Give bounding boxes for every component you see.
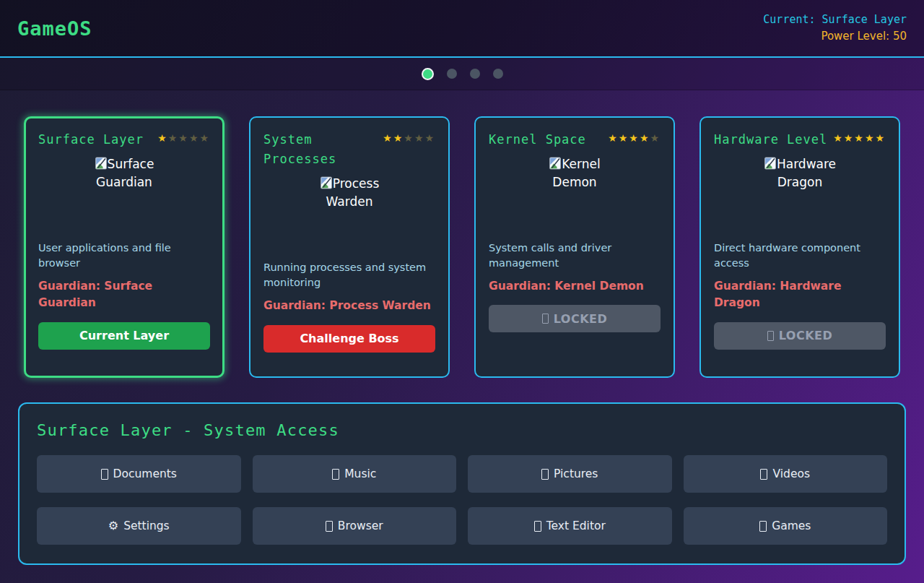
layer-card-title: Surface Layer (38, 130, 144, 150)
layer-description: User applications and file browser (38, 241, 210, 271)
settings-gear-icon: ⚙ (108, 520, 118, 532)
lock-icon (542, 314, 549, 324)
app-grid: DocumentsMusicPicturesVideos⚙SettingsBro… (37, 455, 887, 545)
star-icon: ★ (404, 132, 414, 144)
guardian-image-alt-text: Process Warden (326, 176, 380, 209)
progress-dot-3 (470, 69, 480, 79)
guardian-label: Guardian: Process Warden (263, 298, 435, 314)
locked-button: LOCKED (489, 305, 661, 332)
layer-card-title: System Processes (263, 130, 383, 169)
app-button-label: Documents (113, 467, 177, 480)
layer-card-header: System Processes★★★★★ (263, 130, 435, 169)
access-panel-title: Surface Layer - System Access (37, 421, 887, 439)
locked-label: LOCKED (554, 312, 608, 326)
videos-icon (760, 469, 767, 480)
pictures-icon (541, 469, 549, 480)
app-button-label: Text Editor (546, 519, 606, 532)
app-title: GameOS (17, 17, 92, 40)
layer-card-hardware-level: Hardware Level★★★★★Hardware DragonDirect… (699, 116, 900, 378)
star-icon: ★ (383, 132, 393, 144)
music-icon (332, 469, 339, 480)
star-icon: ★ (168, 132, 179, 144)
guardian-image-placeholder: Surface Guardian (80, 155, 168, 191)
star-rating: ★★★★★ (608, 132, 661, 144)
star-icon: ★ (608, 132, 619, 144)
guardian-label: Guardian: Surface Guardian (38, 278, 210, 312)
app-button-label: Pictures (554, 467, 598, 480)
layer-card-title: Kernel Space (489, 130, 586, 150)
layer-description: System calls and driver management (489, 241, 661, 271)
layer-cards-row: Surface Layer★★★★★Surface GuardianUser a… (0, 90, 924, 378)
star-icon: ★ (844, 132, 855, 144)
star-icon: ★ (854, 132, 865, 144)
layer-card-header: Kernel Space★★★★★ (489, 130, 661, 150)
star-icon: ★ (833, 132, 844, 144)
current-layer-status: Current: Surface Layer (763, 12, 907, 28)
layer-card-system-processes: System Processes★★★★★Process WardenRunni… (249, 116, 450, 378)
app-button-browser[interactable]: Browser (253, 507, 457, 545)
app-button-games[interactable]: Games (684, 507, 888, 545)
progress-dots (0, 58, 924, 90)
app-button-pictures[interactable]: Pictures (468, 455, 672, 493)
guardian-image-placeholder: Hardware Dragon (756, 155, 844, 191)
app-button-label: Videos (772, 467, 810, 480)
guardian-image-area: Kernel Demon (489, 155, 661, 241)
layer-description: Direct hardware component access (714, 241, 886, 271)
progress-dot-1 (422, 68, 434, 80)
document-icon (101, 469, 108, 480)
guardian-image-placeholder: Process Warden (305, 175, 393, 210)
guardian-label: Guardian: Kernel Demon (489, 278, 661, 295)
star-icon: ★ (393, 132, 404, 144)
app-button-text-editor[interactable]: Text Editor (468, 507, 672, 545)
broken-image-icon (320, 176, 333, 189)
app-button-videos[interactable]: Videos (684, 455, 888, 493)
app-button-settings[interactable]: ⚙Settings (37, 507, 241, 545)
broken-image-icon (549, 157, 562, 170)
locked-button: LOCKED (714, 322, 886, 350)
current-layer-button[interactable]: Current Layer (38, 322, 210, 350)
layer-card-header: Hardware Level★★★★★ (714, 130, 886, 150)
star-icon: ★ (629, 132, 640, 144)
header-status: Current: Surface Layer Power Level: 50 (763, 12, 907, 46)
app-button-label: Music (344, 467, 376, 480)
challenge-boss-button[interactable]: Challenge Boss (263, 325, 435, 353)
access-panel: Surface Layer - System Access DocumentsM… (18, 402, 906, 565)
star-icon: ★ (875, 132, 886, 144)
broken-image-icon (95, 157, 108, 170)
star-rating: ★★★★★ (833, 132, 886, 144)
app-button-documents[interactable]: Documents (37, 455, 241, 493)
app-button-music[interactable]: Music (253, 455, 457, 493)
guardian-image-alt-text: Hardware Dragon (777, 157, 836, 189)
gameos-root: GameOS Current: Surface Layer Power Leve… (0, 0, 924, 565)
app-button-label: Games (772, 519, 811, 532)
star-icon: ★ (424, 132, 435, 144)
layer-description: Running processes and system monitoring (263, 260, 435, 290)
text-editor-icon (534, 521, 541, 532)
progress-dot-4 (493, 69, 503, 79)
star-icon: ★ (414, 132, 425, 144)
guardian-label: Guardian: Hardware Dragon (714, 278, 886, 312)
star-icon: ★ (189, 132, 200, 144)
broken-image-icon (764, 157, 777, 170)
star-rating: ★★★★★ (383, 132, 435, 144)
star-icon: ★ (157, 132, 168, 144)
star-icon: ★ (178, 132, 189, 144)
layer-card-surface-layer: Surface Layer★★★★★Surface GuardianUser a… (24, 116, 225, 378)
star-icon: ★ (650, 132, 661, 144)
progress-dot-2 (447, 69, 457, 79)
star-rating: ★★★★★ (157, 132, 210, 144)
lock-icon (767, 331, 774, 341)
power-level-status: Power Level: 50 (763, 28, 907, 45)
locked-label: LOCKED (779, 329, 833, 342)
guardian-image-area: Process Warden (263, 175, 435, 260)
header: GameOS Current: Surface Layer Power Leve… (0, 0, 924, 58)
layer-card-title: Hardware Level (714, 130, 827, 150)
games-icon (759, 521, 767, 532)
browser-icon (326, 521, 333, 532)
guardian-image-placeholder: Kernel Demon (531, 155, 619, 191)
guardian-image-area: Hardware Dragon (714, 155, 886, 241)
layer-card-header: Surface Layer★★★★★ (38, 130, 210, 150)
star-icon: ★ (640, 132, 650, 144)
star-icon: ★ (865, 132, 876, 144)
app-button-label: Browser (338, 519, 383, 532)
